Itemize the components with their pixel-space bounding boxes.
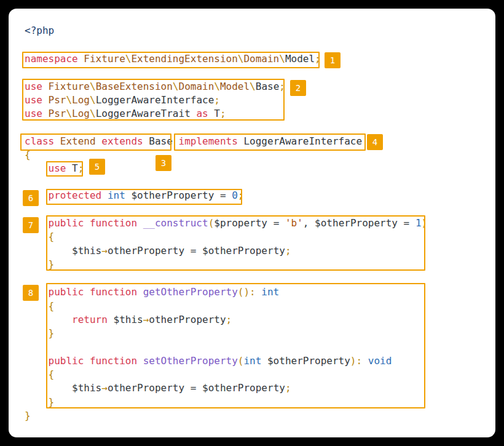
annotation-box-2 bbox=[22, 79, 285, 121]
annotation-box-4 bbox=[174, 133, 366, 151]
annotation-box-5 bbox=[46, 161, 83, 177]
annotation-box-8 bbox=[46, 283, 425, 408]
annotation-badge-2: 2 bbox=[290, 80, 306, 96]
annotation-badge-7: 7 bbox=[23, 217, 39, 233]
annotation-layer: 12345678 bbox=[9, 9, 495, 437]
annotation-box-3 bbox=[20, 133, 171, 151]
code-snippet-card: <?phpnamespace Fixture\ExtendingExtensio… bbox=[9, 9, 495, 437]
annotation-badge-6: 6 bbox=[23, 190, 39, 206]
annotation-box-1 bbox=[22, 52, 320, 68]
annotation-box-6 bbox=[46, 189, 242, 205]
annotation-badge-3: 3 bbox=[156, 155, 171, 171]
annotation-badge-1: 1 bbox=[325, 52, 341, 68]
annotation-badge-5: 5 bbox=[89, 159, 105, 175]
annotation-box-7 bbox=[46, 215, 425, 271]
page-background: { "page": { "background": "#000000" }, "… bbox=[0, 0, 504, 446]
annotation-badge-4: 4 bbox=[367, 134, 383, 150]
annotation-badge-8: 8 bbox=[23, 285, 39, 301]
